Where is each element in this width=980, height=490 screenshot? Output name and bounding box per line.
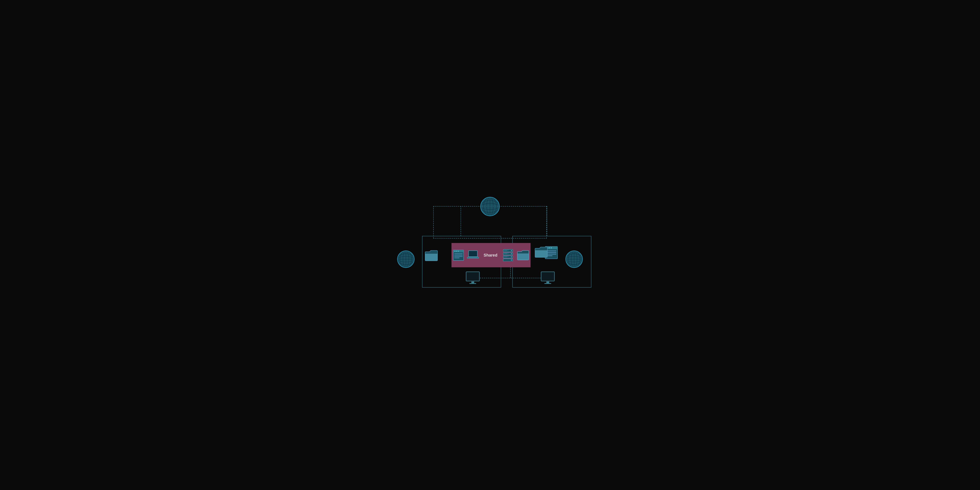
svg-point-65 (549, 247, 550, 249)
shared-resources-banner: Shared (452, 243, 531, 267)
shared-label: Shared (482, 252, 499, 258)
server-banner-icon (502, 249, 514, 261)
svg-point-40 (458, 251, 459, 252)
svg-point-66 (550, 247, 552, 249)
svg-rect-86 (467, 272, 479, 281)
svg-rect-47 (467, 257, 479, 258)
svg-rect-51 (504, 251, 507, 251)
browser-banner-left-icon (453, 250, 464, 261)
svg-rect-50 (504, 250, 509, 250)
dashed-line-top-right (547, 206, 547, 236)
svg-rect-41 (454, 253, 463, 254)
globe-right-icon (565, 250, 583, 268)
svg-rect-58 (504, 256, 509, 257)
globe-left-icon (397, 250, 415, 268)
laptop-banner-icon (467, 250, 479, 261)
svg-point-53 (511, 253, 512, 254)
svg-point-57 (511, 256, 512, 257)
svg-rect-68 (546, 252, 556, 253)
svg-rect-92 (544, 283, 551, 284)
svg-point-38 (455, 251, 455, 252)
monitor-left-icon (466, 271, 480, 284)
svg-rect-46 (469, 251, 477, 256)
svg-point-49 (511, 250, 512, 251)
folder-right-icon (535, 247, 548, 258)
svg-rect-90 (542, 272, 554, 281)
svg-rect-43 (454, 256, 463, 257)
svg-rect-44 (454, 257, 460, 258)
svg-rect-87 (471, 281, 474, 283)
svg-rect-67 (546, 251, 556, 251)
svg-rect-59 (504, 257, 507, 257)
dashed-line-center-vertical (510, 267, 511, 278)
svg-rect-42 (454, 255, 463, 255)
svg-rect-88 (469, 283, 476, 284)
svg-rect-91 (546, 281, 549, 283)
svg-rect-69 (546, 254, 556, 255)
svg-point-39 (456, 251, 457, 252)
svg-rect-54 (504, 253, 509, 254)
svg-rect-55 (504, 254, 507, 254)
svg-point-61 (511, 259, 512, 260)
folder-left-icon (425, 250, 438, 261)
network-diagram: Shared (393, 197, 587, 293)
monitor-right-icon (541, 271, 555, 284)
dashed-line-monitors (480, 278, 541, 278)
dashed-rect-top (433, 206, 547, 238)
folder-banner-icon (517, 250, 529, 261)
